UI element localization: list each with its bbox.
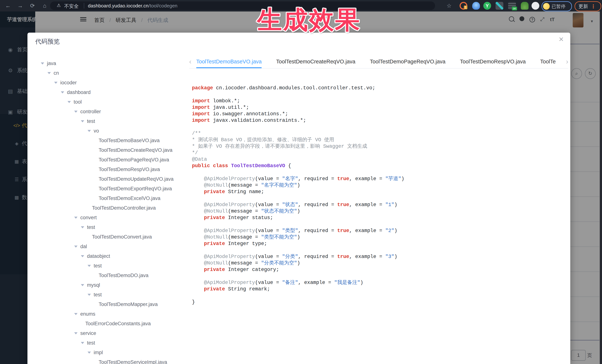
code-line: @ApiModelProperty(value = "分类", required… <box>192 254 567 260</box>
tree-file[interactable]: ToolErrorCodeConstants.java <box>27 319 187 328</box>
tree-folder[interactable]: convert <box>27 213 187 222</box>
chrome-update-button[interactable]: 更新 ⋮ <box>575 1 601 11</box>
caret-down-icon[interactable] <box>74 111 77 113</box>
tree-folder[interactable]: impl <box>27 348 187 357</box>
caret-down-icon[interactable] <box>87 265 91 267</box>
code-line: @NotNull(message = "状态不能为空") <box>192 208 567 215</box>
tree-folder[interactable]: test <box>27 338 187 348</box>
tree-node-label: ToolErrorCodeConstants.java <box>85 321 151 327</box>
tree-folder[interactable]: cn <box>27 68 187 78</box>
tab-tooltestdemorespvo-java[interactable]: ToolTestDemoRespVO.java <box>460 56 526 68</box>
tab-toolte[interactable]: ToolTe <box>540 56 556 68</box>
tree-folder[interactable]: test <box>27 290 187 300</box>
tree-node-label: ToolTestDemoController.java <box>92 205 156 211</box>
tree-node-label: controller <box>80 109 101 114</box>
caret-down-icon[interactable] <box>47 72 51 74</box>
ext-icon-3[interactable]: Y <box>483 2 491 10</box>
tree-file[interactable]: ToolTestDemoServiceImpl.java <box>27 357 187 364</box>
ext-badge-1: 1 <box>464 6 467 9</box>
ext-icon-2[interactable] <box>472 2 480 10</box>
tree-node-label: vo <box>94 128 99 134</box>
tabs-scroll-left-icon[interactable]: ‹ <box>189 58 191 66</box>
extensions-puzzle-icon[interactable] <box>532 2 539 10</box>
address-bar[interactable]: ⚠ 不安全 dashboard.yudao.iocoder.cn/tool/co… <box>50 1 435 10</box>
code-line: @ApiModelProperty(value = "类型", required… <box>192 228 567 234</box>
tree-folder[interactable]: controller <box>27 107 187 116</box>
tree-folder[interactable]: java <box>27 59 187 68</box>
caret-down-icon[interactable] <box>61 91 64 94</box>
ext-icon-1[interactable]: 1 <box>460 2 467 10</box>
close-icon[interactable]: ✕ <box>557 35 565 43</box>
home-icon[interactable]: ⌂ <box>41 2 49 10</box>
tree-folder[interactable]: vo <box>27 126 187 136</box>
caret-down-icon[interactable] <box>87 294 91 296</box>
tree-folder[interactable]: tool <box>27 97 187 107</box>
tree-folder[interactable]: service <box>27 328 187 338</box>
tree-node-label: ToolTestDemoDO.java <box>99 273 149 278</box>
bookmark-star-icon[interactable]: ☆ <box>447 2 452 9</box>
caret-down-icon[interactable] <box>74 313 77 315</box>
tree-folder[interactable]: dataobject <box>27 251 187 261</box>
file-tree[interactable]: javacniocoderdashboardtoolcontrollertest… <box>27 59 187 364</box>
back-icon[interactable]: ← <box>4 2 12 10</box>
caret-down-icon[interactable] <box>67 101 71 103</box>
browser-menu-icon[interactable]: ⋮ <box>591 3 596 10</box>
tree-file[interactable]: ToolTestDemoUpdateReqVO.java <box>27 174 187 184</box>
caret-down-icon[interactable] <box>54 82 57 84</box>
code-line: @Data <box>192 156 567 163</box>
caret-down-icon[interactable] <box>81 284 84 286</box>
caret-down-icon[interactable] <box>74 217 77 219</box>
caret-down-icon[interactable] <box>87 130 91 132</box>
ext-icon-5[interactable]: on <box>508 2 516 10</box>
tree-folder[interactable]: test <box>27 116 187 126</box>
tree-folder[interactable]: iocoder <box>27 78 187 87</box>
tree-folder[interactable]: test <box>27 222 187 232</box>
caret-down-icon[interactable] <box>41 62 44 64</box>
code-line: private Integer category; <box>192 267 567 273</box>
tree-file[interactable]: ToolTestDemoController.java <box>27 203 187 213</box>
tab-tooltestdemobasevo-java[interactable]: ToolTestDemoBaseVO.java <box>196 56 262 68</box>
tab-tooltestdemocreatereqvo-java[interactable]: ToolTestDemoCreateReqVO.java <box>276 56 355 68</box>
code-viewer[interactable]: package cn.iocoder.dashboard.modules.too… <box>192 85 567 361</box>
tree-folder[interactable]: enums <box>27 309 187 319</box>
tree-node-label: convert <box>80 215 97 220</box>
ext-icon-4[interactable] <box>495 2 503 10</box>
tree-file[interactable]: ToolTestDemoDO.java <box>27 270 187 280</box>
code-preview-dialog: 代码预览 ✕ javacniocoderdashboardtoolcontrol… <box>27 33 570 364</box>
tree-folder[interactable]: dal <box>27 242 187 251</box>
annotation-text: 生成效果 <box>257 3 361 37</box>
emoji-face-icon <box>543 3 550 10</box>
tree-folder[interactable]: test <box>27 261 187 270</box>
not-secure-label: 不安全 <box>64 3 79 10</box>
url-text[interactable]: dashboard.yudao.iocoder.cn/tool/codegen <box>88 3 177 9</box>
caret-down-icon[interactable] <box>74 332 77 334</box>
caret-down-icon[interactable] <box>87 352 91 354</box>
caret-down-icon[interactable] <box>81 342 84 344</box>
code-line: @ApiModelProperty(value = "备注", example … <box>192 280 567 286</box>
tree-file[interactable]: ToolTestDemoConvert.java <box>27 232 187 242</box>
tree-file[interactable]: ToolTestDemoCreateReqVO.java <box>27 145 187 155</box>
reload-icon[interactable]: ⟳ <box>29 2 36 10</box>
tree-file[interactable]: ToolTestDemoMapper.java <box>27 300 187 309</box>
ext-icon-6[interactable] <box>521 2 528 10</box>
caret-down-icon[interactable] <box>81 120 84 122</box>
tab-tooltestdemopagereqvo-java[interactable]: ToolTestDemoPageReqVO.java <box>370 56 445 68</box>
tree-node-label: test <box>87 118 95 124</box>
caret-down-icon[interactable] <box>81 226 84 228</box>
code-line: private Integer status; <box>192 215 567 221</box>
caret-down-icon[interactable] <box>74 246 77 248</box>
tree-node-label: test <box>87 224 95 230</box>
tree-folder[interactable]: mysql <box>27 280 187 290</box>
tree-file[interactable]: ToolTestDemoBaseVO.java <box>27 136 187 145</box>
tree-file[interactable]: ToolTestDemoExcelVO.java <box>27 194 187 203</box>
tree-file[interactable]: ToolTestDemoPageReqVO.java <box>27 155 187 165</box>
tabs-scroll-right-icon[interactable]: › <box>566 58 568 66</box>
tree-file[interactable]: ToolTestDemoRespVO.java <box>27 165 187 174</box>
forward-icon[interactable]: → <box>16 2 24 10</box>
tree-file[interactable]: ToolTestDemoExportReqVO.java <box>27 184 187 194</box>
tree-folder[interactable]: dashboard <box>27 87 187 97</box>
code-line <box>192 169 567 176</box>
code-line: @ApiModelProperty(value = "状态", required… <box>192 202 567 208</box>
caret-down-icon[interactable] <box>81 255 84 257</box>
recording-paused-chip[interactable]: 已暂停 <box>542 1 572 11</box>
